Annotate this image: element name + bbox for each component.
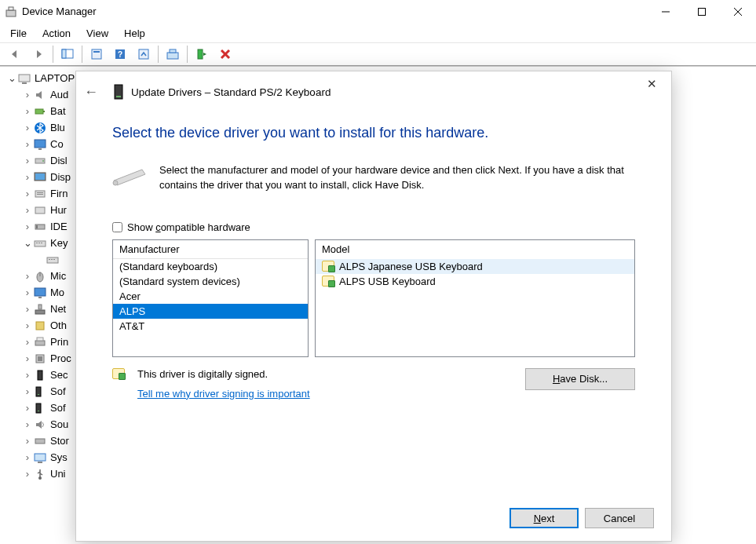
expand-icon[interactable]: › <box>22 402 33 414</box>
svg-rect-61 <box>38 462 42 463</box>
svg-rect-64 <box>116 96 121 97</box>
expand-icon[interactable]: › <box>22 385 33 397</box>
expand-icon[interactable]: › <box>22 171 33 183</box>
tree-root-label: LAPTOP <box>35 72 75 84</box>
expand-icon[interactable]: › <box>22 155 33 166</box>
next-button[interactable]: Next <box>509 508 579 528</box>
svg-point-26 <box>42 160 44 162</box>
tree-item-label: Sys <box>50 451 68 463</box>
manufacturer-item[interactable]: ALPS <box>113 304 308 319</box>
menu-file[interactable]: File <box>3 26 34 41</box>
dialog-close-button[interactable]: ✕ <box>640 72 663 96</box>
manufacturer-item[interactable]: (Standard system devices) <box>113 274 308 289</box>
expand-icon[interactable]: › <box>22 287 33 298</box>
menu-action[interactable]: Action <box>35 26 78 41</box>
model-list[interactable]: Model ALPS Japanese USB KeyboardALPS USB… <box>315 239 635 357</box>
show-compatible-checkbox[interactable] <box>112 222 122 232</box>
monitor-icon <box>33 287 47 299</box>
update-driver-button[interactable] <box>162 45 184 64</box>
svg-rect-3 <box>699 8 706 15</box>
device-icon <box>111 84 126 100</box>
signing-info-link[interactable]: Tell me why driver signing is important <box>137 388 310 400</box>
expand-icon[interactable]: › <box>22 418 33 430</box>
svg-rect-13 <box>167 53 178 59</box>
network-icon <box>33 303 47 316</box>
help-button[interactable]: ? <box>109 45 131 64</box>
forward-button[interactable] <box>27 45 49 64</box>
svg-rect-28 <box>35 173 45 180</box>
keyboard-icon <box>33 237 47 250</box>
expand-icon[interactable]: › <box>22 303 33 315</box>
model-item[interactable]: ALPS USB Keyboard <box>316 274 634 289</box>
tree-item-label: Disl <box>50 155 68 166</box>
expand-icon[interactable]: › <box>22 89 33 100</box>
expand-icon[interactable]: › <box>22 105 33 117</box>
bluetooth-icon <box>33 122 47 134</box>
have-disk-button[interactable]: Have Disk... <box>525 368 635 390</box>
svg-rect-0 <box>6 10 16 16</box>
maximize-button[interactable] <box>684 0 720 24</box>
svg-rect-42 <box>53 259 55 260</box>
close-button[interactable] <box>720 0 756 24</box>
tree-item-label: Net <box>50 303 66 315</box>
expand-icon[interactable]: › <box>22 369 33 381</box>
minimize-button[interactable] <box>648 0 684 24</box>
expand-icon[interactable]: › <box>22 122 33 133</box>
manufacturer-item[interactable]: (Standard keyboards) <box>113 259 308 274</box>
svg-rect-8 <box>92 49 101 59</box>
ide-icon <box>33 221 47 233</box>
expand-icon[interactable]: › <box>22 188 33 199</box>
expand-icon[interactable]: › <box>22 352 33 364</box>
disk-icon <box>33 155 47 167</box>
show-compatible-label[interactable]: Show compatible hardware <box>127 221 250 233</box>
dialog-back-button[interactable]: ← <box>84 84 103 100</box>
dialog-heading: Select the device driver you want to ins… <box>112 125 635 141</box>
svg-rect-19 <box>22 82 27 84</box>
manufacturer-item[interactable]: Acer <box>113 289 308 304</box>
expand-icon[interactable]: › <box>22 270 33 282</box>
expand-icon[interactable]: › <box>22 221 33 232</box>
expand-icon[interactable]: ⌄ <box>22 237 33 249</box>
manufacturer-item[interactable]: AT&T <box>113 319 308 334</box>
show-hide-console-button[interactable] <box>57 45 79 64</box>
scan-hardware-button[interactable] <box>133 45 155 64</box>
svg-rect-15 <box>198 49 203 59</box>
expand-icon[interactable]: › <box>22 451 33 463</box>
expand-icon[interactable]: › <box>22 435 33 447</box>
svg-rect-14 <box>170 49 176 53</box>
back-button[interactable] <box>4 45 26 64</box>
display-icon <box>33 171 47 184</box>
security-icon <box>33 369 47 382</box>
manufacturer-list[interactable]: Manufacturer (Standard keyboards)(Standa… <box>112 239 309 357</box>
tree-item-label: Sof <box>50 385 66 397</box>
properties-button[interactable] <box>86 45 108 64</box>
expand-icon[interactable]: › <box>22 336 33 348</box>
hid-icon <box>33 204 47 217</box>
menu-view[interactable]: View <box>79 26 115 41</box>
svg-rect-1 <box>9 7 13 10</box>
software-icon <box>33 402 47 414</box>
svg-rect-57 <box>36 403 41 413</box>
model-item[interactable]: ALPS Japanese USB Keyboard <box>316 259 634 274</box>
svg-rect-50 <box>35 341 45 345</box>
expand-icon[interactable]: › <box>22 319 33 331</box>
svg-point-62 <box>38 476 42 480</box>
cancel-button[interactable]: Cancel <box>585 508 654 528</box>
svg-rect-59 <box>35 439 45 444</box>
model-item-label: ALPS Japanese USB Keyboard <box>339 261 483 272</box>
svg-rect-24 <box>38 148 42 150</box>
tree-item-label: Firn <box>50 188 68 199</box>
expand-icon[interactable]: › <box>22 138 33 150</box>
svg-rect-51 <box>37 338 43 341</box>
monitor-icon <box>33 138 47 151</box>
signed-text: This driver is digitally signed. <box>137 368 310 380</box>
svg-rect-56 <box>38 394 39 395</box>
expand-icon[interactable]: ⌄ <box>6 72 17 84</box>
svg-rect-35 <box>35 241 46 246</box>
expand-icon[interactable]: › <box>22 468 33 480</box>
menu-help[interactable]: Help <box>117 26 152 41</box>
expand-icon[interactable]: › <box>22 204 33 216</box>
uninstall-device-button[interactable] <box>214 45 236 64</box>
enable-device-button[interactable] <box>191 45 213 64</box>
toolbar: ? <box>0 42 756 66</box>
